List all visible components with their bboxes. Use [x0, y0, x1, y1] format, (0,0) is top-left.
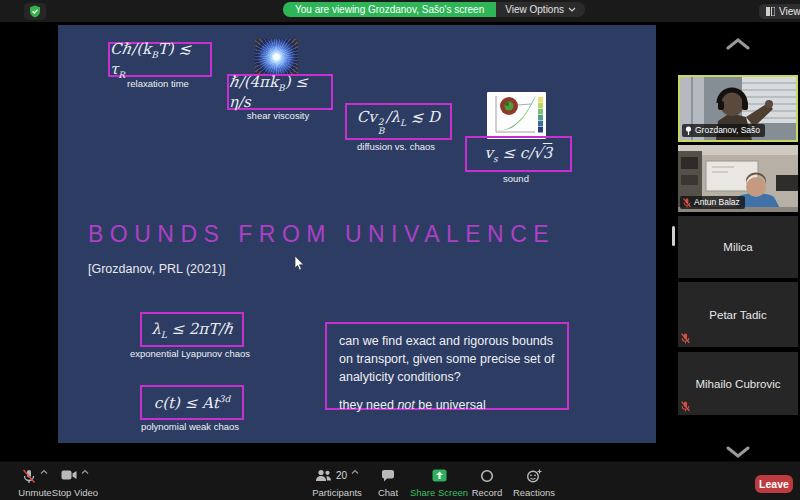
chevron-down-icon	[725, 446, 751, 458]
mic-muted-icon	[22, 469, 36, 484]
chevron-down-icon	[568, 7, 576, 12]
participant-name: Petar Tadic	[678, 309, 798, 321]
bound-box-weak-chaos: c(t) ≤ At3d	[140, 385, 244, 420]
shield-check-icon	[29, 5, 41, 18]
muted-mic-icon	[681, 333, 690, 344]
screen-share-banner: You are viewing Grozdanov, Sašo's screen	[283, 2, 496, 17]
participants-icon	[315, 469, 332, 482]
participant-video-antun-balaz[interactable]: Antun Balaz	[678, 145, 798, 212]
formula-diffusion-chaos: Cv2B/λL ≲ D	[357, 108, 440, 136]
chevron-up-icon[interactable]	[81, 469, 89, 475]
reactions-smiley-icon	[526, 469, 542, 483]
participant-tile-milica[interactable]: Milica	[678, 216, 798, 278]
mouse-cursor	[294, 256, 305, 271]
leave-button[interactable]: Leave	[755, 475, 793, 493]
participant-video-grozdanov[interactable]: Grozdanov, Sašo	[678, 75, 798, 142]
muted-mic-icon	[681, 401, 690, 412]
formula-sound: vs ≤ c/√3	[485, 144, 553, 164]
participant-tile-petar-tadic[interactable]: Petar Tadic	[678, 282, 798, 347]
collision-starburst-image	[255, 39, 298, 75]
bound-label-shear-viscosity: shear viscosity	[207, 110, 349, 121]
video-camera-icon	[61, 469, 77, 481]
share-screen-button[interactable]: Share Screen	[408, 469, 470, 498]
chevron-up-icon	[725, 38, 751, 50]
top-bar: You are viewing Grozdanov, Sašo's screen…	[0, 0, 800, 22]
bound-box-sound: vs ≤ c/√3	[465, 136, 572, 172]
bound-box-lyapunov: λL ≤ 2πT/ℏ	[140, 312, 244, 347]
bound-label-relaxation-time: relaxation time	[87, 78, 229, 89]
participants-sidebar: Grozdanov, Sašo	[656, 22, 800, 460]
banner-text: You are viewing Grozdanov, Sašo's screen	[295, 4, 484, 15]
zoom-meeting-window: You are viewing Grozdanov, Sašo's screen…	[0, 0, 800, 500]
security-shield-icon[interactable]	[24, 3, 46, 20]
participant-tile-mihailo-cubrovic[interactable]: Mihailo Cubrovic	[678, 352, 798, 415]
pin-icon	[685, 126, 692, 135]
view-options-button[interactable]: View Options	[496, 2, 585, 17]
bound-label-lyapunov: exponential Lyapunov chaos	[100, 348, 280, 359]
question-text: can we find exact and rigorous bounds on…	[339, 332, 555, 386]
chat-bubble-icon	[381, 469, 395, 482]
formula-lyapunov: λL ≤ 2πT/ℏ	[151, 320, 233, 340]
slide-title: BOUNDS FROM UNIVALENCE	[88, 221, 555, 248]
name-label-antun-balaz: Antun Balaz	[680, 196, 745, 209]
participant-name: Mihailo Cubrovic	[678, 378, 798, 390]
layout-grid-icon	[766, 7, 775, 16]
sound-bound-plot-image	[487, 92, 546, 139]
bound-label-weak-chaos: polynomial weak chaos	[100, 421, 280, 432]
chevron-up-icon[interactable]	[351, 469, 359, 475]
formula-relaxation-time: Cℏ/(kBT) ≲ τR	[110, 40, 210, 80]
formula-shear-viscosity: ℏ/(4πkB) ≤ η/s	[229, 73, 331, 111]
view-button[interactable]: View	[759, 4, 800, 19]
bound-box-shear-viscosity: ℏ/(4πkB) ≤ η/s	[227, 74, 333, 110]
stop-video-button[interactable]: Stop Video	[44, 469, 106, 498]
presentation-slide: Cℏ/(kBT) ≲ τR relaxation time ℏ/(4πkB) ≤…	[58, 25, 656, 443]
record-button[interactable]: Record	[464, 469, 510, 498]
slide-citation: [Grozdanov, PRL (2021)]	[88, 262, 226, 276]
scroll-down-button[interactable]	[722, 444, 754, 460]
reactions-button[interactable]: Reactions	[506, 469, 562, 498]
bound-label-diffusion-chaos: diffusion vs. chaos	[325, 141, 467, 152]
bound-box-diffusion-chaos: Cv2B/λL ≲ D	[345, 103, 452, 140]
participants-count: 20	[336, 469, 347, 483]
muted-mic-icon	[683, 198, 691, 208]
participant-name: Milica	[678, 241, 798, 253]
participants-button[interactable]: 20 Participants	[302, 469, 372, 498]
share-screen-icon	[432, 469, 447, 482]
record-icon	[480, 469, 494, 483]
formula-weak-chaos: c(t) ≤ At3d	[154, 394, 230, 412]
meeting-toolbar: Unmute Stop Video	[0, 461, 800, 500]
bound-box-relaxation-time: Cℏ/(kBT) ≲ τR	[108, 42, 212, 77]
scroll-up-button[interactable]	[722, 36, 754, 52]
sidebar-scrollbar[interactable]	[672, 226, 675, 246]
question-answer-text: they need not be universal	[339, 396, 555, 414]
question-box: can we find exact and rigorous bounds on…	[325, 322, 569, 410]
chat-button[interactable]: Chat	[368, 469, 408, 498]
bound-label-sound: sound	[445, 173, 587, 184]
name-label-grozdanov: Grozdanov, Sašo	[682, 124, 765, 137]
